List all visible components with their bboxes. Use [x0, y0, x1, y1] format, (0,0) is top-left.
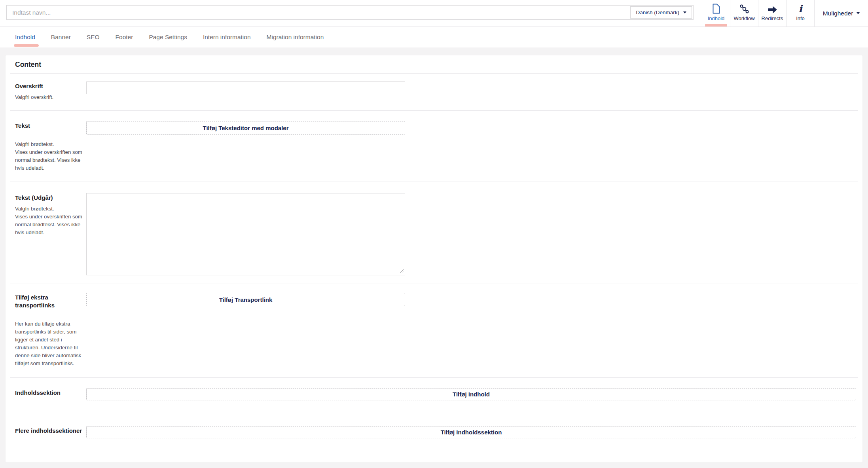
app-info[interactable]: i Info [786, 0, 814, 27]
info-icon: i [798, 3, 802, 14]
property-description: Her kan du tilføje ekstra transportlinks… [15, 320, 85, 368]
language-selector-label: Danish (Denmark) [636, 9, 679, 15]
name-input-wrap: Danish (Denmark) [6, 5, 694, 20]
add-indhold-button[interactable]: Tilføj indhold [86, 388, 856, 400]
property-label: Indholdssektion [15, 389, 82, 397]
property-label-col: Tekst (Udgår) Valgfri brødtekst. Vises u… [15, 193, 86, 284]
property-label: Tekst [15, 122, 82, 130]
name-input[interactable] [7, 6, 630, 19]
property-description: Valgfri brødtekst. Vises under overskrif… [15, 205, 85, 237]
add-transportlink-button[interactable]: Tilføj Transportlink [86, 293, 405, 306]
property-control: Tilføj Teksteditor med modaler [86, 121, 856, 182]
property-control [86, 81, 856, 110]
arrow-right-icon [767, 3, 778, 14]
property-control [86, 193, 856, 284]
tab-bar: Indhold Banner SEO Footer Page Settings … [0, 27, 868, 47]
textarea-wrap [86, 193, 405, 277]
app-label: Info [796, 15, 805, 21]
property-label: Flere indholdssektioner [15, 427, 82, 435]
group-title-row: Content [10, 55, 858, 74]
property-label: Tilføj ekstra transportlinks [15, 294, 82, 309]
content-card: Content Overskrift Valgfri overskrift. T… [6, 55, 862, 462]
app-redirects[interactable]: Redirects [758, 0, 786, 27]
group-title: Content [15, 61, 858, 69]
tab-page-settings[interactable]: Page Settings [149, 27, 187, 47]
name-area: Danish (Denmark) [0, 0, 694, 27]
property-row-flere-indholdssektioner: Flere indholdssektioner Tilføj Indholdss… [10, 418, 858, 462]
property-control: Tilføj Indholdssektion [86, 426, 856, 462]
property-row-tekst: Tekst Valgfri brødtekst. Vises under ove… [10, 111, 858, 182]
property-label-col: Overskrift Valgfri overskrift. [15, 81, 86, 110]
tekst-udgaar-textarea[interactable] [86, 193, 405, 275]
property-label: Tekst (Udgår) [15, 194, 82, 202]
property-description: Valgfri brødtekst. Vises under overskrif… [15, 140, 85, 172]
language-selector[interactable]: Danish (Denmark) [630, 6, 692, 19]
property-label-col: Tilføj ekstra transportlinks Her kan du … [15, 293, 86, 377]
content-apps: Indhold Workflow Re [702, 0, 814, 27]
tab-migration-information[interactable]: Migration information [267, 27, 324, 47]
property-description: Valgfri overskrift. [15, 93, 85, 101]
property-row-tekst-udgaar: Tekst (Udgår) Valgfri brødtekst. Vises u… [10, 182, 858, 284]
app-indhold[interactable]: Indhold [702, 0, 730, 27]
property-label-col: Tekst Valgfri brødtekst. Vises under ove… [15, 121, 86, 182]
workflow-icon [739, 3, 749, 14]
tab-intern-information[interactable]: Intern information [203, 27, 251, 47]
app-label: Workflow [733, 15, 754, 21]
property-row-indholdssektion: Indholdssektion Tilføj indhold [10, 378, 858, 418]
property-control: Tilføj Transportlink [86, 293, 856, 377]
overskrift-input[interactable] [86, 81, 405, 94]
page-body: Content Overskrift Valgfri overskrift. T… [0, 47, 868, 468]
chevron-down-icon [857, 12, 860, 14]
add-indholdssektion-button[interactable]: Tilføj Indholdssektion [86, 426, 856, 438]
tab-banner[interactable]: Banner [51, 27, 71, 47]
tab-seo[interactable]: SEO [87, 27, 100, 47]
document-icon [712, 3, 720, 14]
property-label-col: Flere indholdssektioner [15, 426, 86, 462]
tab-indhold[interactable]: Indhold [15, 27, 35, 47]
chevron-down-icon [683, 11, 686, 13]
property-row-overskrift: Overskrift Valgfri overskrift. [10, 74, 858, 111]
property-label-col: Indholdssektion [15, 388, 86, 418]
options-button[interactable]: Muligheder [814, 0, 868, 27]
app-label: Indhold [708, 15, 725, 21]
add-teksteditor-button[interactable]: Tilføj Teksteditor med modaler [86, 121, 405, 135]
tab-footer[interactable]: Footer [116, 27, 133, 47]
property-label: Overskrift [15, 82, 82, 90]
editor-header: Danish (Denmark) Indhold [0, 0, 868, 27]
app-workflow[interactable]: Workflow [730, 0, 758, 27]
app-label: Redirects [762, 15, 783, 21]
property-control: Tilføj indhold [86, 388, 856, 418]
property-row-transportlinks: Tilføj ekstra transportlinks Her kan du … [10, 284, 858, 378]
options-button-label: Muligheder [823, 10, 853, 17]
resize-grip-icon[interactable] [400, 267, 404, 275]
